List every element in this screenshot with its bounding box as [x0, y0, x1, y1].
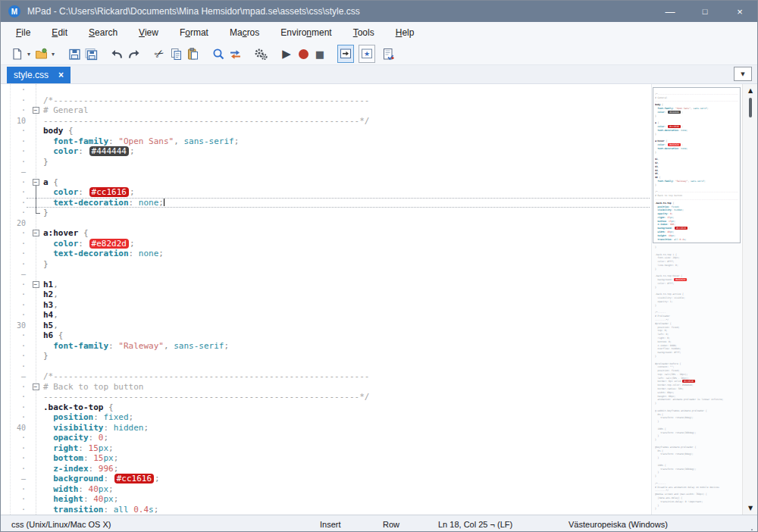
code-line-42[interactable]: · right: 15px; — [1, 443, 650, 454]
code-line-9[interactable]: ·−# General — [1, 105, 650, 116]
code-line-46[interactable]: · width: 40px; — [1, 484, 650, 495]
validate-document-button[interactable] — [380, 45, 396, 63]
code-line-48[interactable]: · transition: all 0.4s; — [1, 505, 650, 515]
code-line-37[interactable]: ·---------------------------------------… — [1, 392, 650, 402]
code-line-16[interactable]: ·−a { — [1, 177, 650, 188]
search-button[interactable] — [210, 45, 227, 63]
code-line-47[interactable]: · height: 40px; — [1, 494, 650, 505]
menu-environment[interactable]: Environment — [270, 23, 342, 42]
code-line-35[interactable]: –/*-------------------------------------… — [1, 371, 650, 382]
close-button[interactable]: × — [722, 1, 757, 22]
menu-search[interactable]: Search — [78, 23, 128, 42]
code-line-14[interactable]: ·} — [1, 157, 650, 167]
maximize-button[interactable]: □ — [688, 1, 722, 22]
code-line-13[interactable]: · color: #444444; — [1, 146, 650, 157]
code-line-24[interactable]: ·} — [1, 259, 650, 270]
status-row-mode: Row — [383, 515, 399, 532]
code-line-25[interactable]: – — [1, 269, 650, 280]
code-line-38[interactable]: ·.back-to-top { — [1, 402, 650, 413]
editor-vscrollbar[interactable]: ▲ ▼ — [742, 84, 758, 515]
code-line-12[interactable]: · font-family: "Open Sans", sans-serif; — [1, 136, 650, 147]
menu-format[interactable]: Format — [169, 23, 219, 42]
bookmarks-panel-button[interactable]: ★ — [359, 45, 375, 63]
code-line-11[interactable]: ·body { — [1, 126, 650, 136]
code-line-20[interactable]: 20 — [1, 218, 650, 229]
minimap[interactable]: /*--------------------------------------… — [651, 84, 742, 515]
fold-toggle-icon[interactable]: − — [33, 230, 39, 236]
open-file-button[interactable] — [33, 45, 49, 63]
code-line-19[interactable]: ·} — [1, 208, 650, 218]
code-line-22[interactable]: · color: #e82d2d; — [1, 239, 650, 249]
code-line-23[interactable]: · text-decoration: none; — [1, 249, 650, 259]
code-line-18[interactable]: · text-decoration: none; — [1, 198, 650, 208]
run-button[interactable]: ▶ — [278, 45, 295, 63]
title-bar: M MPad - C:\Users\Rickard\Documents\Mina… — [1, 1, 757, 22]
code-line-27[interactable]: ·h2, — [1, 289, 650, 300]
code-line-45[interactable]: – background: #cc1616; — [1, 474, 650, 484]
code-line-28[interactable]: ·h3, — [1, 300, 650, 311]
menu-macros[interactable]: Macros — [219, 23, 270, 42]
toggle-panel-button[interactable] — [337, 45, 354, 63]
minimap-viewport[interactable]: /*--------------------------------------… — [653, 87, 741, 243]
redo-button[interactable] — [125, 45, 142, 63]
paste-button[interactable] — [184, 45, 201, 63]
code-line-31[interactable]: ·h6 { — [1, 330, 650, 341]
code-line-29[interactable]: ·h4, — [1, 310, 650, 321]
save-all-button[interactable] — [83, 45, 99, 63]
scrollbar-thumb[interactable] — [749, 98, 752, 117]
code-line-7[interactable]: · — [1, 85, 650, 95]
undo-button[interactable] — [108, 45, 125, 63]
scissors-icon: ✂ — [152, 45, 167, 62]
stop-button[interactable]: ■ — [312, 45, 328, 63]
code-line-26[interactable]: ·−h1, — [1, 280, 650, 290]
code-line-10[interactable]: 10--------------------------------------… — [1, 116, 650, 127]
tab-list-dropdown[interactable]: ▼ — [734, 67, 752, 81]
code-line-8[interactable]: ·/*-------------------------------------… — [1, 95, 650, 106]
code-line-44[interactable]: · z-index: 996; — [1, 464, 650, 474]
fold-toggle-icon[interactable]: − — [33, 179, 39, 186]
menu-view[interactable]: View — [128, 23, 169, 42]
cut-button[interactable]: ✂ — [151, 45, 168, 63]
minimize-button[interactable]: — — [653, 1, 688, 22]
replace-button[interactable] — [227, 45, 243, 63]
code-line-40[interactable]: 40 visibility: hidden; — [1, 423, 650, 433]
copy-button[interactable] — [168, 45, 184, 63]
scroll-up-icon[interactable]: ▲ — [743, 87, 758, 94]
new-file-dropdown-icon[interactable]: ▾ — [25, 51, 33, 58]
code-line-30[interactable]: 30h5, — [1, 321, 650, 331]
code-line-41[interactable]: · opacity: 0; — [1, 433, 650, 443]
fold-column — [26, 321, 43, 331]
record-macro-button[interactable] — [295, 45, 312, 63]
code-text: /*--------------------------------------… — [43, 95, 369, 106]
fold-toggle-icon[interactable]: − — [33, 107, 39, 114]
code-line-43[interactable]: · bottom: 15px; — [1, 453, 650, 464]
code-line-15[interactable]: – — [1, 167, 650, 177]
settings-gears-button[interactable] — [252, 45, 269, 63]
menu-tools[interactable]: Tools — [343, 23, 385, 42]
chevron-down-icon: ▼ — [741, 71, 744, 77]
scroll-down-icon[interactable]: ▼ — [743, 505, 758, 512]
code-line-17[interactable]: · color: #cc1616; — [1, 187, 650, 198]
menu-file[interactable]: File — [5, 23, 41, 42]
line-number: · — [1, 382, 26, 393]
code-line-34[interactable]: · — [1, 361, 650, 372]
open-file-dropdown-icon[interactable]: ▾ — [49, 51, 57, 58]
menu-help[interactable]: Help — [385, 23, 425, 42]
fold-column — [26, 167, 43, 177]
tab-style-css[interactable]: style.css × — [7, 67, 70, 83]
code-line-21[interactable]: ·−a:hover { — [1, 228, 650, 239]
code-editor[interactable]: ··/*------------------------------------… — [1, 84, 650, 515]
resize-grip[interactable] — [751, 529, 753, 530]
fold-toggle-icon[interactable]: − — [33, 281, 39, 288]
code-line-32[interactable]: · font-family: "Raleway", sans-serif; — [1, 341, 650, 352]
new-file-button[interactable] — [8, 45, 25, 63]
code-line-39[interactable]: · position: fixed; — [1, 412, 650, 423]
fold-toggle-icon[interactable]: − — [33, 383, 39, 390]
save-button[interactable] — [66, 45, 83, 63]
code-line-36[interactable]: ·−# Back to top button — [1, 382, 650, 393]
line-number: · — [1, 208, 26, 218]
menu-edit[interactable]: Edit — [41, 23, 78, 42]
status-insert-mode: Insert — [320, 515, 341, 532]
tab-close-icon[interactable]: × — [58, 70, 64, 80]
code-line-33[interactable]: ·} — [1, 351, 650, 361]
